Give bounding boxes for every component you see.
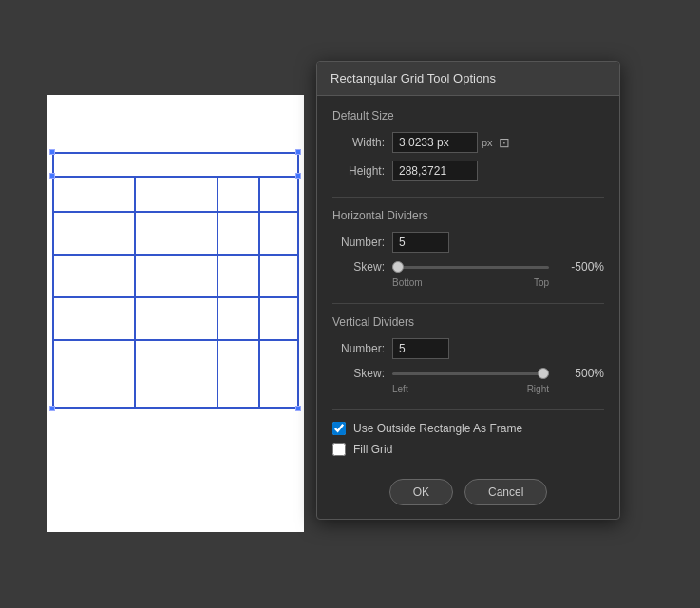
dialog-body: Default Size Width: px ⊡ Height: Horizon… (317, 96, 619, 519)
default-size-section: Default Size Width: px ⊡ Height: (332, 109, 604, 181)
use-outside-row: Use Outside Rectangle As Frame (332, 422, 604, 435)
h-slider-container (392, 266, 549, 269)
dialog-title: Rectangular Grid Tool Options (331, 71, 496, 86)
v-skew-value: 500% (557, 367, 604, 380)
vertical-dividers-section: Vertical Dividers Number: Skew: 500% Lef… (332, 315, 604, 394)
v-skew-max-label: Right (527, 384, 549, 394)
use-outside-label: Use Outside Rectangle As Frame (353, 422, 522, 435)
height-row: Height: (332, 161, 604, 181)
width-row: Width: px ⊡ (332, 132, 604, 153)
grid-vline-2 (217, 176, 218, 408)
v-number-input[interactable] (392, 338, 449, 359)
h-number-row: Number: (332, 232, 604, 253)
h-skew-label: Skew: (332, 260, 385, 274)
v-skew-label: Skew: (332, 367, 385, 380)
height-label: Height: (332, 164, 385, 178)
v-number-row: Number: (332, 338, 604, 359)
divider-1 (332, 197, 604, 198)
v-number-label: Number: (332, 342, 385, 355)
width-input[interactable] (392, 132, 478, 153)
fill-grid-row: Fill Grid (332, 443, 604, 456)
fill-grid-label: Fill Grid (353, 443, 392, 456)
h-skew-value: -500% (557, 260, 604, 274)
divider-2 (332, 303, 604, 304)
grid-vline-3 (258, 176, 260, 408)
cancel-button[interactable]: Cancel (464, 479, 547, 505)
canvas-area (0, 0, 323, 608)
v-skew-min-label: Left (392, 384, 408, 394)
handle-bl (49, 406, 55, 411)
handle-br (295, 406, 301, 411)
height-input[interactable] (392, 161, 478, 181)
button-row: OK Cancel (332, 471, 604, 505)
handle-tl (49, 149, 55, 155)
dialog-title-bar: Rectangular Grid Tool Options (317, 62, 619, 96)
v-slider-labels: Left Right (332, 384, 604, 394)
h-skew-min-label: Bottom (392, 277, 423, 288)
width-label: Width: (332, 136, 385, 149)
h-skew-max-label: Top (534, 277, 549, 288)
handle-tr (295, 149, 301, 155)
handle-inner-tr (295, 173, 301, 179)
horizontal-dividers-title: Horizontal Dividers (332, 209, 604, 222)
horizontal-dividers-section: Horizontal Dividers Number: Skew: -500% … (332, 209, 604, 288)
ok-button[interactable]: OK (389, 479, 453, 505)
h-number-input[interactable] (392, 232, 449, 253)
grid-hline-1 (52, 211, 299, 213)
grid-hline-4 (52, 339, 299, 341)
vertical-dividers-title: Vertical Dividers (332, 315, 604, 329)
grid-hline-2 (52, 254, 299, 256)
h-number-label: Number: (332, 236, 385, 249)
width-unit: px (482, 137, 493, 148)
v-skew-slider[interactable] (392, 372, 549, 375)
grid-vline-1 (134, 176, 136, 408)
handle-inner-tl (49, 173, 55, 179)
h-skew-row: Skew: -500% (332, 260, 604, 274)
divider-3 (332, 409, 604, 410)
grid-hline-3 (52, 296, 299, 298)
h-skew-slider[interactable] (392, 266, 549, 269)
v-slider-container (392, 372, 549, 375)
link-icon[interactable]: ⊡ (499, 135, 510, 150)
v-skew-row: Skew: 500% (332, 367, 604, 380)
h-slider-labels: Bottom Top (332, 277, 604, 288)
dialog: Rectangular Grid Tool Options Default Si… (316, 61, 620, 520)
fill-grid-checkbox[interactable] (332, 443, 346, 456)
use-outside-checkbox[interactable] (332, 422, 346, 435)
default-size-title: Default Size (332, 109, 604, 123)
